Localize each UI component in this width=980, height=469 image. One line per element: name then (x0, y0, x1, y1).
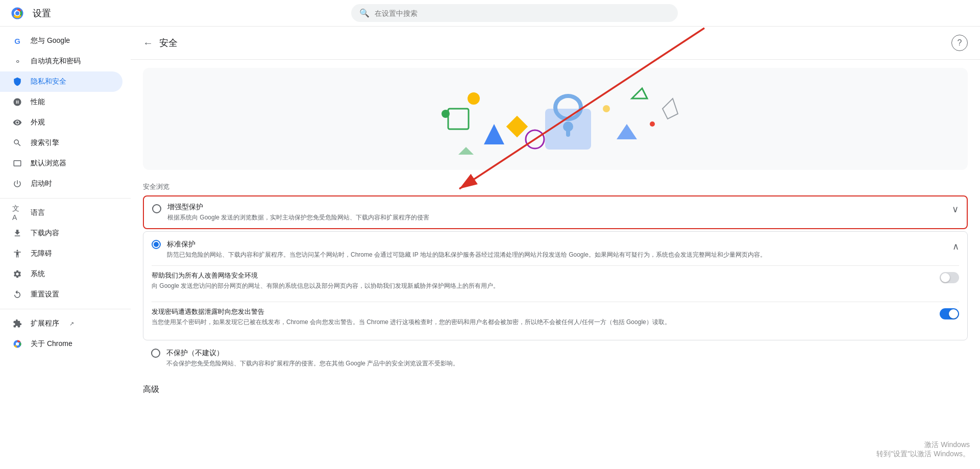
help-button[interactable]: ? (951, 35, 968, 51)
sidebar-label-accessibility: 无障碍 (31, 249, 52, 258)
svg-point-25 (603, 105, 610, 112)
back-button[interactable]: ← (143, 37, 153, 49)
enhanced-expand-icon[interactable]: ∨ (952, 204, 959, 215)
safe-browsing-title: 安全浏览 (131, 178, 980, 193)
svg-point-23 (650, 121, 655, 127)
sidebar-item-downloads[interactable]: 下载内容 (0, 223, 122, 243)
shield-icon (12, 77, 22, 87)
sidebar-label-language: 语言 (31, 208, 45, 217)
sidebar-item-autofill[interactable]: ⚬ 自动填充和密码 (0, 51, 122, 71)
no-protection-radio-outer[interactable] (151, 349, 160, 358)
sidebar-label-reset: 重置设置 (31, 290, 59, 299)
search-sidebar-icon (12, 138, 22, 148)
enhanced-option-text: 增强型保护 根据系统向 Google 发送的浏览数据，实时主动保护您免受危险网站… (167, 203, 946, 222)
improve-text: 帮助我们为所有人改善网络安全环境 向 Google 发送您访问的部分网页的网址、… (152, 271, 934, 290)
standard-protection-option[interactable]: 标准保护 防范已知危险的网站、下载内容和扩展程序。当您访问某个网站时，Chrom… (143, 231, 968, 340)
sidebar-item-performance[interactable]: 性能 (0, 92, 122, 112)
sidebar-item-browser[interactable]: 默认浏览器 (0, 153, 122, 174)
page-title: 安全 (159, 37, 178, 49)
gauge-icon (12, 97, 22, 107)
search-input[interactable] (375, 9, 670, 17)
sidebar-item-about[interactable]: 关于 Chrome (0, 334, 122, 354)
svg-point-8 (16, 342, 19, 345)
password-toggle-thumb (949, 309, 958, 318)
sidebar-label-search: 搜索引擎 (31, 138, 59, 147)
enhanced-radio-outer[interactable] (152, 204, 161, 213)
browser-icon (12, 158, 22, 168)
standard-radio[interactable] (152, 240, 161, 249)
sidebar-label-system: 系统 (31, 269, 45, 279)
sidebar-item-reset[interactable]: 重置设置 (0, 284, 122, 305)
improve-security-item: 帮助我们为所有人改善网络安全环境 向 Google 发送您访问的部分网页的网址、… (152, 265, 959, 295)
chrome-logo (10, 6, 24, 20)
download-icon (12, 228, 22, 238)
standard-collapse-icon[interactable]: ∧ (952, 241, 959, 252)
enhanced-option-desc: 根据系统向 Google 发送的浏览数据，实时主动保护您免受危险网站、下载内容和… (167, 213, 946, 222)
sidebar-label-extensions: 扩展程序 (31, 319, 59, 328)
google-icon: G (12, 36, 22, 46)
sidebar-label-appearance: 外观 (31, 118, 45, 127)
password-warning-desc: 当您使用某个密码时，如果发现它已被在线发布，Chrome 会向您发出警告。当 C… (152, 317, 934, 327)
password-toggle-wrap[interactable] (940, 308, 959, 319)
password-warning-title: 发现密码遭遇数据泄露时向您发出警告 (152, 307, 934, 316)
content-header: ← 安全 ? (131, 27, 980, 60)
sidebar-item-search[interactable]: 搜索引擎 (0, 133, 122, 153)
sidebar-item-language[interactable]: 文A 语言 (0, 203, 122, 223)
svg-point-11 (468, 92, 480, 105)
svg-point-16 (442, 110, 450, 118)
standard-option-text: 标准保护 防范已知危险的网站、下载内容和扩展程序。当您访问某个网站时，Chrom… (167, 240, 946, 259)
sidebar-item-appearance[interactable]: 外观 (0, 112, 122, 133)
language-icon: 文A (12, 208, 22, 218)
sidebar: G 您与 Google ⚬ 自动填充和密码 隐私和安全 性能 外观 (0, 27, 131, 469)
improve-toggle[interactable] (940, 272, 959, 283)
no-protection-radio[interactable] (151, 349, 160, 358)
standard-radio-outer[interactable] (152, 240, 161, 249)
no-protection-title: 不保护（不建议） (166, 349, 960, 358)
password-toggle[interactable] (940, 308, 959, 319)
standard-radio-inner (154, 242, 159, 247)
sidebar-label-browser: 默认浏览器 (31, 159, 66, 168)
key-icon: ⚬ (12, 56, 22, 66)
sidebar-label-downloads: 下载内容 (31, 229, 59, 238)
sidebar-item-google[interactable]: G 您与 Google (0, 31, 122, 51)
app-title: 设置 (33, 7, 51, 19)
svg-rect-20 (566, 129, 570, 137)
eye-icon (12, 117, 22, 128)
search-icon: 🔍 (359, 8, 370, 18)
enhanced-option-title: 增强型保护 (167, 203, 946, 212)
sidebar-label-google: 您与 Google (31, 36, 70, 45)
no-protection-desc: 不会保护您免受危险网站、下载内容和扩展程序的侵害。您在其他 Google 产品中… (166, 359, 960, 368)
sidebar-label-performance: 性能 (31, 97, 45, 107)
sidebar-label-privacy: 隐私和安全 (31, 77, 66, 86)
main-layout: G 您与 Google ⚬ 自动填充和密码 隐私和安全 性能 外观 (0, 27, 980, 469)
chrome-sidebar-icon (12, 339, 22, 349)
system-icon (12, 269, 22, 279)
no-protection-option[interactable]: 不保护（不建议） 不会保护您免受危险网站、下载内容和扩展程序的侵害。您在其他 G… (143, 342, 968, 374)
improve-toggle-wrap[interactable] (940, 272, 959, 283)
sidebar-item-privacy[interactable]: 隐私和安全 (0, 71, 122, 92)
password-warning-item: 发现密码遭遇数据泄露时向您发出警告 当您使用某个密码时，如果发现它已被在线发布，… (152, 302, 959, 332)
illustration-svg (143, 68, 968, 170)
search-bar[interactable]: 🔍 (351, 4, 678, 22)
standard-option-title: 标准保护 (167, 240, 946, 249)
sidebar-item-startup[interactable]: 启动时 (0, 174, 122, 194)
sidebar-item-accessibility[interactable]: 无障碍 (0, 243, 122, 264)
sidebar-label-about: 关于 Chrome (31, 339, 72, 349)
external-link-icon: ↗ (69, 320, 74, 327)
power-icon (12, 179, 22, 189)
accessibility-icon (12, 249, 22, 259)
improve-toggle-thumb (941, 273, 950, 282)
password-warning-text: 发现密码遭遇数据泄露时向您发出警告 当您使用某个密码时，如果发现它已被在线发布，… (152, 307, 934, 327)
enhanced-protection-option[interactable]: 增强型保护 根据系统向 Google 发送的浏览数据，实时主动保护您免受危险网站… (143, 195, 968, 229)
security-illustration (143, 68, 968, 170)
sidebar-item-system[interactable]: 系统 (0, 264, 122, 284)
reset-icon (12, 289, 22, 300)
puzzle-icon (12, 318, 22, 329)
enhanced-radio[interactable] (152, 204, 161, 213)
advanced-section-title: 高级 (131, 376, 980, 399)
improve-desc: 向 Google 发送您访问的部分网页的网址、有限的系统信息以及部分网页内容，以… (152, 281, 934, 290)
svg-point-5 (15, 11, 19, 15)
sidebar-item-extensions[interactable]: 扩展程序 ↗ (0, 313, 122, 334)
sidebar-label-autofill: 自动填充和密码 (31, 57, 81, 66)
standard-option-header: 标准保护 防范已知危险的网站、下载内容和扩展程序。当您访问某个网站时，Chrom… (152, 240, 959, 259)
